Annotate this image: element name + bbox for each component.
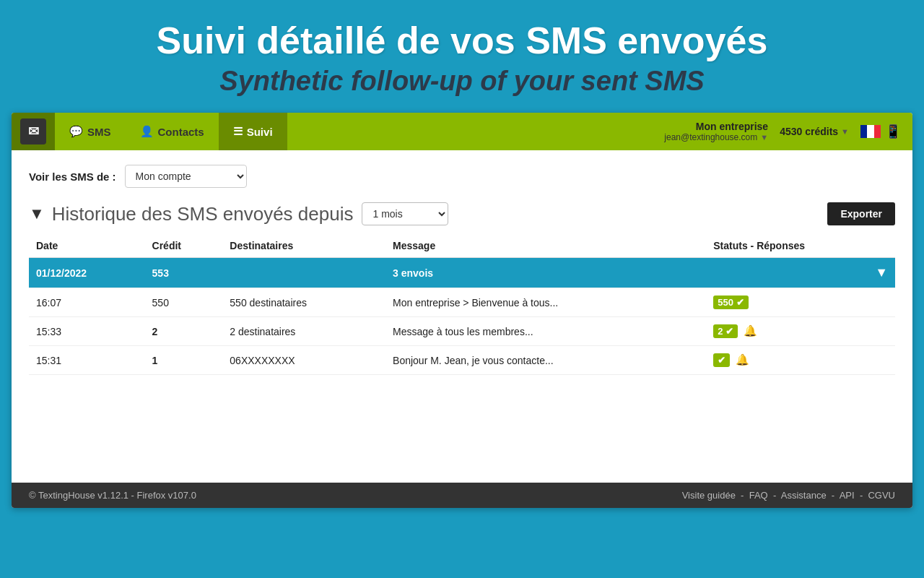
bell-icon: 🔔	[744, 324, 757, 337]
mobile-icon: 📱	[885, 124, 901, 139]
sms-table: Date Crédit Destinataires Message Statut…	[29, 234, 895, 375]
navbar: ✉ 💬 SMS 👤 Contacts ☰ Suivi Mon entrepris…	[12, 113, 912, 150]
user-name: Mon entreprise	[664, 121, 768, 132]
footer: © TextingHouse v1.12.1 - Firefox v107.0 …	[12, 483, 912, 508]
nav-item-sms[interactable]: 💬 SMS	[55, 113, 126, 150]
table-header: Date Crédit Destinataires Message Statut…	[29, 234, 895, 258]
credits-dropdown[interactable]: 4530 crédits ▼	[780, 126, 849, 137]
app-container: ✉ 💬 SMS 👤 Contacts ☰ Suivi Mon entrepris…	[12, 113, 912, 508]
row-time: 15:33	[29, 317, 145, 346]
navbar-user: Mon entreprise jean@textinghouse.com ▼	[664, 121, 768, 142]
row-status: 2 ✔ 🔔	[706, 317, 895, 346]
footer-link-api[interactable]: API	[840, 490, 855, 501]
row-recipients: 550 destinataires	[222, 288, 385, 317]
logo-icon: ✉	[20, 118, 46, 144]
row-credit: 550	[145, 288, 223, 317]
bell-icon: 🔔	[736, 353, 749, 366]
row-time: 15:31	[29, 346, 145, 375]
suivi-icon: ☰	[233, 125, 243, 138]
expand-icon: ▼	[875, 265, 888, 280]
sms-icon: 💬	[69, 125, 83, 138]
row-recipients: 06XXXXXXXX	[222, 346, 385, 375]
footer-link-visite[interactable]: Visite guidée	[682, 490, 736, 501]
navbar-items: 💬 SMS 👤 Contacts ☰ Suivi	[55, 113, 287, 150]
col-date: Date	[29, 234, 145, 258]
footer-left: © TextingHouse v1.12.1 - Firefox v107.0	[29, 490, 196, 501]
navbar-flag: 📱	[860, 124, 901, 139]
table-row: 15:33 2 2 destinataires Message à tous l…	[29, 317, 895, 346]
history-header: ▼ Historique des SMS envoyés depuis 1 mo…	[29, 202, 895, 225]
status-badge: ✔	[713, 353, 730, 367]
row-status: 550 ✔	[706, 288, 895, 317]
footer-link-assistance[interactable]: Assistance	[781, 490, 827, 501]
table-row: 16:07 550 550 destinataires Mon entrepri…	[29, 288, 895, 317]
row-message: Bonjour M. Jean, je vous contacte...	[385, 346, 706, 375]
group-credit: 553	[145, 258, 223, 288]
filter-label: Voir les SMS de :	[29, 171, 116, 183]
group-message: 3 envois	[385, 258, 706, 288]
contacts-icon: 👤	[140, 125, 154, 138]
credits-dropdown-arrow: ▼	[841, 127, 849, 136]
navbar-right: Mon entreprise jean@textinghouse.com ▼ 4…	[653, 113, 912, 150]
history-title: ▼ Historique des SMS envoyés depuis	[29, 203, 353, 225]
nav-suivi-label: Suivi	[247, 126, 273, 138]
col-statuts: Statuts - Réponses	[706, 234, 895, 258]
footer-link-cgvu[interactable]: CGVU	[868, 490, 895, 501]
user-email-dropdown[interactable]: jean@textinghouse.com ▼	[664, 132, 768, 142]
row-recipients: 2 destinataires	[222, 317, 385, 346]
nav-item-contacts[interactable]: 👤 Contacts	[126, 113, 219, 150]
status-badge: 2 ✔	[713, 324, 738, 338]
row-message: Mon entreprise > Bienvenue à tous...	[385, 288, 706, 317]
nav-sms-label: SMS	[87, 126, 111, 138]
row-message: Message à tous les membres...	[385, 317, 706, 346]
table-row: 15:31 1 06XXXXXXXX Bonjour M. Jean, je v…	[29, 346, 895, 375]
row-status: ✔ 🔔	[706, 346, 895, 375]
collapse-icon[interactable]: ▼	[29, 204, 45, 223]
table-row[interactable]: 01/12/2022 553 3 envois ▼	[29, 258, 895, 288]
filter-row: Voir les SMS de : Mon compte Tous les co…	[29, 165, 895, 188]
status-badge: 550 ✔	[713, 296, 748, 309]
flag-france	[860, 125, 881, 138]
footer-right: Visite guidée - FAQ - Assistance - API -…	[682, 490, 895, 501]
col-destinataires: Destinataires	[222, 234, 385, 258]
banner-title: Suivi détaillé de vos SMS envoyés	[14, 20, 910, 61]
footer-link-faq[interactable]: FAQ	[749, 490, 768, 501]
nav-contacts-label: Contacts	[158, 126, 204, 138]
table-body: 01/12/2022 553 3 envois ▼ 16:07 550 550 …	[29, 258, 895, 375]
user-email-text: jean@textinghouse.com	[664, 132, 757, 142]
content-area: Voir les SMS de : Mon compte Tous les co…	[12, 150, 912, 483]
group-status: ▼	[706, 258, 895, 288]
nav-item-suivi[interactable]: ☰ Suivi	[219, 113, 287, 150]
col-credit: Crédit	[145, 234, 223, 258]
banner-subtitle: Synthetic follow-up of your sent SMS	[14, 66, 910, 97]
group-recipients	[222, 258, 385, 288]
export-button[interactable]: Exporter	[827, 202, 895, 225]
credits-value: 4530 crédits	[780, 126, 838, 137]
period-select[interactable]: 1 mois 3 mois 6 mois 1 an	[362, 202, 448, 225]
account-filter-select[interactable]: Mon compte Tous les comptes	[125, 165, 247, 188]
history-title-text: Historique des SMS envoyés depuis	[52, 203, 354, 225]
row-credit: 2	[145, 317, 223, 346]
banner: Suivi détaillé de vos SMS envoyés Synthe…	[0, 0, 924, 113]
email-dropdown-arrow: ▼	[760, 133, 768, 142]
row-time: 16:07	[29, 288, 145, 317]
row-credit: 1	[145, 346, 223, 375]
group-date: 01/12/2022	[29, 258, 145, 288]
navbar-logo[interactable]: ✉	[12, 113, 55, 150]
col-message: Message	[385, 234, 706, 258]
